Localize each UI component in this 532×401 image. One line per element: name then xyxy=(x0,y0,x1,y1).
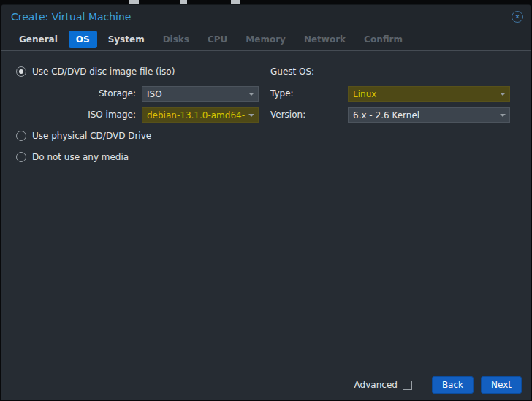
iso-image-select-value: debian-13.1.0-amd64- xyxy=(147,110,245,121)
guest-os-version-select[interactable]: 6.x - 2.6 Kernel xyxy=(348,107,510,123)
background-text-fragment xyxy=(231,0,240,4)
chevron-down-icon xyxy=(248,93,254,96)
storage-select-value: ISO xyxy=(147,89,162,99)
tab-system[interactable]: System xyxy=(101,31,152,48)
radio-use-physical-drive[interactable] xyxy=(16,131,26,141)
radio-use-physical-drive-label[interactable]: Use physical CD/DVD Drive xyxy=(32,131,151,141)
tab-bar: General OS System Disks CPU Memory Netwo… xyxy=(1,28,531,51)
dialog-title: Create: Virtual Machine xyxy=(11,11,132,23)
radio-use-iso-label[interactable]: Use CD/DVD disc image file (iso) xyxy=(32,66,175,77)
guest-os-version-value: 6.x - 2.6 Kernel xyxy=(353,110,419,121)
create-vm-dialog: Create: Virtual Machine ✕ General OS Sys… xyxy=(1,4,531,400)
iso-image-select[interactable]: debian-13.1.0-amd64- xyxy=(142,107,259,123)
radio-no-media[interactable] xyxy=(16,152,26,162)
guest-os-type-select[interactable]: Linux xyxy=(348,86,510,102)
background-text-fragment xyxy=(129,0,139,4)
dialog-footer: Advanced Back Next xyxy=(1,370,531,400)
radio-use-iso[interactable] xyxy=(16,66,26,77)
close-icon[interactable]: ✕ xyxy=(512,11,523,23)
chevron-down-icon xyxy=(500,93,506,96)
tab-network: Network xyxy=(297,31,353,48)
guest-os-heading: Guest OS: xyxy=(270,64,314,79)
back-button[interactable]: Back xyxy=(432,376,474,394)
chevron-down-icon xyxy=(500,114,506,117)
guest-os-type-value: Linux xyxy=(353,89,376,99)
next-button[interactable]: Next xyxy=(481,376,522,394)
radio-row-iso-media[interactable]: Use CD/DVD disc image file (iso) xyxy=(16,64,175,79)
advanced-checkbox[interactable] xyxy=(403,381,412,390)
advanced-label[interactable]: Advanced xyxy=(354,380,398,390)
tab-memory: Memory xyxy=(238,31,293,48)
dialog-content: Use CD/DVD disc image file (iso) Storage… xyxy=(1,51,531,370)
tab-disks: Disks xyxy=(156,31,197,48)
guest-os-type-label: Type: xyxy=(270,86,294,101)
tab-confirm: Confirm xyxy=(357,31,410,48)
tab-os[interactable]: OS xyxy=(69,31,97,48)
guest-os-version-label: Version: xyxy=(270,107,305,122)
dialog-titlebar[interactable]: Create: Virtual Machine ✕ xyxy=(1,5,531,28)
iso-image-label: ISO image: xyxy=(13,107,136,122)
background-text-fragment xyxy=(180,0,187,4)
storage-label: Storage: xyxy=(13,86,136,101)
tab-cpu: CPU xyxy=(200,31,235,48)
radio-row-physical-drive[interactable]: Use physical CD/DVD Drive xyxy=(16,129,151,143)
chevron-down-icon xyxy=(248,114,254,117)
radio-row-no-media[interactable]: Do not use any media xyxy=(16,150,129,164)
tab-general[interactable]: General xyxy=(12,31,65,48)
radio-no-media-label[interactable]: Do not use any media xyxy=(32,152,129,162)
storage-select[interactable]: ISO xyxy=(142,86,259,102)
